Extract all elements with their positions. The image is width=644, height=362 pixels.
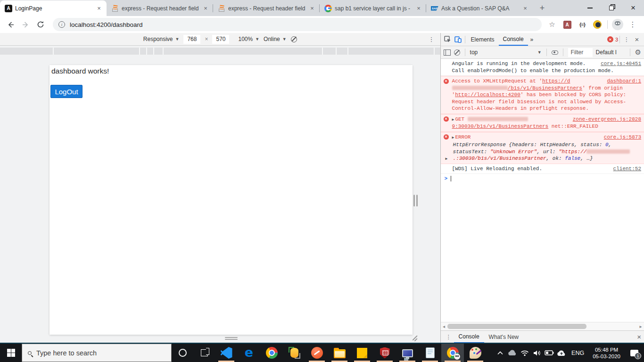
bookmark-star-icon[interactable]: ☆ bbox=[546, 18, 558, 31]
device-toolbar-menu-icon[interactable]: ⋮ bbox=[429, 36, 435, 43]
tab-sap-qa[interactable]: SAP Ask a Question - SAP Q&A × bbox=[426, 0, 533, 16]
taskbar-app-dart-app[interactable] bbox=[305, 344, 328, 362]
console-url-link[interactable]: https://d bbox=[542, 78, 570, 84]
new-tab-button[interactable]: + bbox=[536, 1, 549, 15]
log-levels-dropdown[interactable]: Default l bbox=[596, 49, 625, 56]
back-button[interactable] bbox=[4, 18, 17, 31]
taskbar-search-input[interactable]: Type here to search bbox=[22, 344, 172, 362]
console-sidebar-icon[interactable] bbox=[444, 49, 451, 56]
json-viewer-extension-icon[interactable]: {≡} bbox=[576, 18, 588, 31]
console-source-link[interactable]: core.js:40451 bbox=[601, 60, 641, 67]
tab-express-1[interactable]: express - Request header field × bbox=[107, 0, 213, 16]
minimize-button[interactable] bbox=[579, 0, 601, 16]
scroll-left-icon[interactable]: ◂ bbox=[441, 322, 447, 330]
close-button[interactable]: × bbox=[622, 0, 644, 16]
taskbar-app-vscode[interactable] bbox=[215, 344, 238, 362]
tab-console[interactable]: Console bbox=[499, 33, 528, 46]
viewport-resize-handle-bottom[interactable] bbox=[225, 337, 238, 340]
taskbar-app-remote-desktop[interactable] bbox=[396, 344, 419, 362]
scroll-right-icon[interactable]: ▸ bbox=[637, 322, 644, 330]
dark-reader-extension-icon[interactable] bbox=[591, 18, 603, 31]
reload-button[interactable] bbox=[34, 18, 47, 31]
logout-button[interactable]: LogOut bbox=[50, 85, 83, 98]
drawer-tab-whats-new[interactable]: What's New bbox=[484, 331, 524, 343]
chrome-menu-icon[interactable]: ⋮ bbox=[627, 18, 639, 31]
error-count-badge[interactable]: × 3 bbox=[607, 36, 618, 42]
clock[interactable]: 05:48 PM 05-03-2020 bbox=[589, 346, 624, 360]
viewport-width-input[interactable]: 768 bbox=[183, 35, 200, 44]
console-source-link[interactable]: client:52 bbox=[613, 165, 641, 173]
live-expression-eye-icon[interactable] bbox=[552, 50, 558, 55]
tab-close-icon[interactable]: × bbox=[95, 5, 103, 12]
taskbar-app-chrome[interactable] bbox=[260, 344, 283, 362]
tab-express-2[interactable]: express - Request header field × bbox=[213, 0, 320, 16]
console-url-link[interactable]: 9:30030/b1s/v1/BusinessPartners bbox=[452, 123, 549, 129]
console-filter-input[interactable]: Filter bbox=[568, 48, 593, 57]
devtools-menu-icon[interactable]: ⋮ bbox=[621, 34, 632, 45]
console-prompt[interactable]: > bbox=[441, 174, 644, 184]
taskbar-app-chrome-devtools[interactable] bbox=[441, 344, 464, 362]
taskbar-app-notepad[interactable] bbox=[419, 344, 441, 362]
console-source-link[interactable]: zone-evergreen.js:2828 bbox=[573, 116, 641, 123]
tab-loginpage[interactable]: A LoginPage × bbox=[0, 0, 107, 16]
taskbar-app-sticky-notes[interactable] bbox=[351, 344, 373, 362]
tab-close-icon[interactable]: × bbox=[202, 5, 209, 12]
start-button[interactable] bbox=[0, 344, 22, 362]
address-bar[interactable]: i localhost:4200/dashboard bbox=[53, 18, 542, 31]
adobe-extension-icon[interactable]: A bbox=[561, 18, 573, 31]
device-preset-label: Responsive bbox=[143, 36, 173, 42]
more-tabs-icon[interactable]: » bbox=[528, 33, 536, 46]
tab-close-icon[interactable]: × bbox=[308, 5, 316, 12]
page-info-icon[interactable]: i bbox=[58, 21, 65, 28]
cortana-icon bbox=[179, 349, 187, 357]
cortana-button[interactable] bbox=[172, 344, 193, 362]
inspect-element-icon[interactable] bbox=[443, 34, 453, 45]
tab-sap-search[interactable]: sap b1 service layer call in js - × bbox=[320, 0, 426, 16]
throttling-dropdown[interactable]: Online ▼ bbox=[264, 36, 287, 42]
tab-close-icon[interactable]: × bbox=[415, 5, 422, 12]
device-preset-dropdown[interactable]: Responsive ▼ bbox=[143, 36, 180, 42]
console-source-link[interactable]: core.js:5873 bbox=[604, 134, 641, 141]
drawer-tab-console[interactable]: Console bbox=[454, 331, 484, 343]
console-url-link[interactable]: /b1s/v1/BusinessPartners bbox=[508, 85, 582, 91]
scrollbar-thumb[interactable] bbox=[447, 324, 586, 329]
profile-avatar[interactable] bbox=[611, 18, 624, 31]
device-toolbar-toggle-icon[interactable] bbox=[453, 34, 463, 45]
clear-console-icon[interactable] bbox=[454, 49, 460, 56]
taskbar-app-file-explorer[interactable] bbox=[328, 344, 351, 362]
tray-chevron-up-icon[interactable] bbox=[495, 344, 505, 362]
taskbar-app-antivirus-shield[interactable] bbox=[373, 344, 396, 362]
expand-triangle-icon[interactable]: ▶ bbox=[452, 135, 454, 140]
drawer-close-icon[interactable]: × bbox=[637, 333, 641, 341]
viewport-height-input[interactable]: 570 bbox=[212, 35, 229, 44]
console-source-link[interactable]: dashboard:1 bbox=[607, 78, 641, 85]
task-view-button[interactable] bbox=[193, 344, 215, 362]
expand-triangle-icon[interactable]: ▶ bbox=[452, 117, 454, 122]
expand-triangle-icon[interactable]: ▶ bbox=[446, 156, 448, 163]
tab-close-icon[interactable]: × bbox=[521, 5, 529, 12]
execution-context-dropdown[interactable]: top ▼ bbox=[470, 49, 542, 56]
battery-icon[interactable] bbox=[544, 344, 554, 362]
viewport-resize-handle-corner[interactable] bbox=[411, 334, 419, 342]
taskbar-app-paint[interactable] bbox=[464, 344, 487, 362]
volume-icon[interactable] bbox=[532, 344, 542, 362]
maximize-button[interactable] bbox=[601, 0, 622, 16]
zoom-dropdown[interactable]: 100% ▼ bbox=[238, 36, 259, 42]
remote-desktop-icon bbox=[402, 349, 413, 357]
taskbar-app-sql-tool[interactable] bbox=[283, 344, 305, 362]
taskbar-app-edge[interactable]: e bbox=[238, 344, 260, 362]
wifi-icon[interactable] bbox=[520, 344, 530, 362]
language-indicator[interactable]: ENG bbox=[569, 350, 587, 356]
console-settings-gear-icon[interactable]: ⚙ bbox=[635, 48, 641, 57]
console-url-link[interactable]: http://localhost:4200 bbox=[455, 92, 520, 98]
cloud-upload-icon[interactable] bbox=[556, 344, 567, 362]
devtools-close-icon[interactable]: × bbox=[632, 34, 642, 45]
redacted-text bbox=[468, 117, 528, 121]
tab-elements[interactable]: Elements bbox=[467, 33, 499, 46]
onedrive-cloud-icon[interactable] bbox=[507, 344, 518, 362]
drawer-menu-icon[interactable]: ⋮ bbox=[444, 332, 454, 342]
action-center-button[interactable]: 1 bbox=[626, 344, 642, 362]
forward-button[interactable] bbox=[19, 18, 32, 31]
viewport-resize-handle-right[interactable] bbox=[413, 195, 418, 206]
console-horizontal-scrollbar[interactable]: ◂ ▸ bbox=[441, 322, 644, 330]
